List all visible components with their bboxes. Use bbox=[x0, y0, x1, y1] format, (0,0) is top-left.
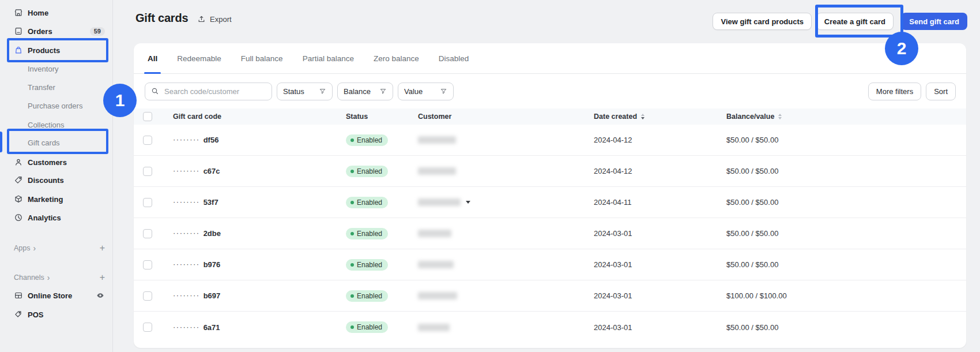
sidebar-item-label: POS bbox=[28, 310, 43, 319]
balance-value: $50.00 / $50.00 bbox=[726, 198, 957, 207]
sidebar-section-channels[interactable]: Channels › + bbox=[0, 270, 113, 285]
masked-code-dots: ········ bbox=[173, 229, 200, 237]
masked-code-dots: ········ bbox=[173, 260, 200, 268]
tab-zero-balance[interactable]: Zero balance bbox=[374, 43, 419, 73]
search-icon bbox=[151, 87, 159, 95]
sidebar-section-apps[interactable]: Apps › + bbox=[0, 241, 113, 256]
column-header-date-created[interactable]: Date created bbox=[594, 113, 726, 121]
sort-icon-date[interactable] bbox=[641, 114, 644, 119]
sidebar-item-marketing[interactable]: Marketing bbox=[0, 191, 113, 207]
table-row[interactable]: ········2dbe Enabled 2024-03-01 $50.00 /… bbox=[134, 218, 966, 249]
row-checkbox[interactable] bbox=[143, 260, 152, 269]
sidebar-item-gift-cards[interactable]: Gift cards bbox=[0, 134, 113, 151]
funnel-icon bbox=[440, 88, 447, 95]
sidebar-item-transfer[interactable]: Transfer bbox=[0, 79, 113, 95]
eye-icon[interactable] bbox=[96, 291, 105, 300]
add-channel-button[interactable]: + bbox=[100, 272, 105, 283]
row-checkbox[interactable] bbox=[143, 323, 152, 332]
sidebar-item-label: Products bbox=[28, 46, 60, 55]
table-row[interactable]: ········b697 Enabled 2024-03-01 $100.00 … bbox=[134, 280, 966, 312]
table-row[interactable]: ········c67c Enabled 2024-04-12 $50.00 /… bbox=[134, 156, 966, 187]
search-box bbox=[145, 83, 272, 100]
status-dot bbox=[350, 170, 354, 173]
customers-icon bbox=[14, 158, 23, 167]
customer-name-redacted bbox=[418, 261, 454, 268]
view-gift-card-products-button[interactable]: View gift card products bbox=[713, 13, 812, 30]
status-badge: Enabled bbox=[346, 166, 388, 177]
channels-section-label: Channels bbox=[14, 274, 44, 282]
export-button[interactable]: Export bbox=[197, 15, 232, 24]
masked-code-dots: ········ bbox=[173, 323, 200, 331]
balance-value: $50.00 / $50.00 bbox=[726, 260, 957, 269]
balance-value: $50.00 / $50.00 bbox=[726, 136, 957, 144]
sidebar-item-discounts[interactable]: Discounts bbox=[0, 172, 113, 188]
status-dot bbox=[350, 325, 354, 329]
tab-full-balance[interactable]: Full balance bbox=[241, 43, 283, 73]
status-badge: Enabled bbox=[346, 134, 388, 146]
balance-value: $50.00 / $50.00 bbox=[726, 229, 957, 238]
sidebar-item-online-store[interactable]: Online Store bbox=[0, 287, 113, 304]
orders-count-badge: 59 bbox=[90, 27, 105, 36]
row-checkbox[interactable] bbox=[143, 167, 152, 176]
gift-card-code: c67c bbox=[203, 167, 220, 175]
sidebar-item-label: Transfer bbox=[28, 83, 55, 92]
sidebar-item-orders[interactable]: Orders 59 bbox=[0, 23, 113, 39]
sidebar-item-pos[interactable]: POS bbox=[0, 306, 113, 323]
column-header-balance-value[interactable]: Balance/value bbox=[726, 113, 957, 121]
customer-name-redacted bbox=[418, 230, 451, 237]
sidebar-item-label: Purchase orders bbox=[28, 102, 82, 110]
column-header-status: Status bbox=[346, 113, 418, 121]
value-filter[interactable]: Value bbox=[398, 83, 454, 100]
sidebar-item-purchase-orders[interactable]: Purchase orders bbox=[0, 98, 113, 114]
send-gift-card-button[interactable]: Send gift card bbox=[901, 13, 967, 30]
sort-button[interactable]: Sort bbox=[926, 83, 956, 100]
select-all-checkbox[interactable] bbox=[143, 112, 152, 121]
sidebar-item-customers[interactable]: Customers bbox=[0, 154, 113, 170]
table-row[interactable]: ········b976 Enabled 2024-03-01 $50.00 /… bbox=[134, 249, 966, 280]
row-checkbox[interactable] bbox=[143, 136, 152, 145]
sidebar-item-products[interactable]: Products bbox=[0, 42, 113, 59]
sidebar-item-label: Discounts bbox=[28, 176, 64, 185]
customer-name-redacted bbox=[418, 136, 456, 144]
add-app-button[interactable]: + bbox=[100, 243, 105, 253]
tab-all[interactable]: All bbox=[148, 43, 157, 73]
sidebar-item-collections[interactable]: Collections bbox=[0, 117, 113, 133]
status-filter[interactable]: Status bbox=[277, 83, 333, 100]
table-row[interactable]: ········6a71 Enabled 2024-03-01 $50.00 /… bbox=[134, 312, 966, 343]
sidebar: Home Orders 59 Products Inventory Transf… bbox=[0, 0, 113, 352]
search-input[interactable] bbox=[163, 87, 266, 96]
tab-partial-balance[interactable]: Partial balance bbox=[303, 43, 354, 73]
main-content: Gift cards Export View gift card product… bbox=[113, 0, 980, 352]
sidebar-item-inventory[interactable]: Inventory bbox=[0, 61, 113, 77]
balance-filter[interactable]: Balance bbox=[337, 83, 393, 100]
page-title: Gift cards bbox=[135, 12, 188, 25]
more-filters-button[interactable]: More filters bbox=[868, 83, 921, 100]
customer-dropdown-caret[interactable] bbox=[466, 201, 470, 204]
table-row[interactable]: ········53f7 Enabled 2024-04-11 $50.00 /… bbox=[134, 187, 966, 218]
column-header-customer: Customer bbox=[418, 113, 594, 121]
value-filter-label: Value bbox=[404, 87, 423, 96]
sort-icon-balance[interactable] bbox=[778, 114, 782, 119]
tab-disabled[interactable]: Disabled bbox=[439, 43, 469, 73]
tab-redeemable[interactable]: Redeemable bbox=[177, 43, 221, 73]
pos-icon bbox=[14, 310, 23, 319]
date-created: 2024-04-12 bbox=[594, 136, 726, 144]
filter-bar: Status Balance Value More filters Sort bbox=[134, 74, 966, 108]
row-checkbox[interactable] bbox=[143, 198, 152, 207]
status-dot bbox=[350, 138, 354, 142]
sidebar-item-label: Collections bbox=[28, 121, 65, 129]
row-checkbox[interactable] bbox=[143, 229, 152, 238]
analytics-icon bbox=[14, 213, 23, 222]
status-filter-label: Status bbox=[283, 87, 304, 96]
row-checkbox[interactable] bbox=[143, 291, 152, 301]
sidebar-item-analytics[interactable]: Analytics bbox=[0, 209, 113, 226]
date-created: 2024-03-01 bbox=[594, 260, 726, 269]
funnel-icon bbox=[319, 88, 326, 95]
apps-section-label: Apps bbox=[14, 244, 31, 252]
sidebar-item-label: Gift cards bbox=[28, 138, 60, 147]
sidebar-item-label: Marketing bbox=[28, 195, 63, 204]
table-header: Gift card code Status Customer Date crea… bbox=[134, 108, 966, 125]
table-row[interactable]: ········df56 Enabled 2024-04-12 $50.00 /… bbox=[134, 125, 966, 156]
sidebar-item-home[interactable]: Home bbox=[0, 5, 113, 21]
create-gift-card-button[interactable]: Create a gift card bbox=[816, 13, 894, 30]
